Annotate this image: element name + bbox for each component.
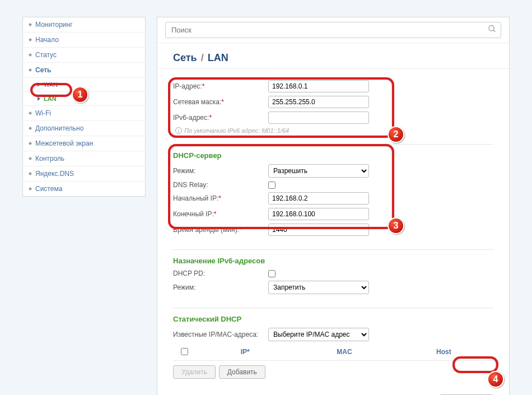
bullet-icon (29, 127, 32, 130)
sidebar-item-yandexdns[interactable]: Яндекс.DNS (23, 166, 145, 182)
main-panel: Сеть / LAN IP-адрес:* Сетевая маска:* IP… (157, 17, 510, 395)
sidebar-item-label: LAN (44, 95, 57, 102)
mask-input[interactable] (268, 96, 369, 108)
col-mac: MAC (295, 348, 394, 357)
sidebar-item-label: Межсетевой экран (35, 140, 93, 147)
search-input[interactable] (165, 22, 501, 38)
dns-relay-checkbox[interactable] (268, 182, 276, 189)
info-icon: i (175, 127, 182, 134)
search-bar (157, 17, 509, 43)
sidebar-item-control[interactable]: Контроль (23, 151, 145, 166)
dhcp-pd-checkbox[interactable] (268, 270, 276, 277)
svg-line-1 (493, 30, 495, 31)
ipv6-input[interactable] (268, 111, 369, 124)
col-ip: IP* (195, 348, 295, 357)
ip-label: IP-адрес:* (173, 82, 268, 90)
chevron-right-icon (38, 82, 40, 87)
content: IP-адрес:* Сетевая маска:* IPv6-адрес:* … (157, 69, 509, 385)
svg-point-0 (489, 25, 494, 30)
select-all-checkbox[interactable] (181, 348, 188, 355)
sidebar-item-start[interactable]: Начало (23, 32, 145, 48)
mask-label: Сетевая маска:* (173, 98, 268, 106)
bullet-icon (29, 172, 32, 175)
col-host: Host (394, 348, 493, 357)
section-ipv6-assign: Назначение IPv6-адресов DHCP PD: Режим: … (173, 249, 493, 304)
ipv6assign-title: Назначение IPv6-адресов (173, 257, 493, 265)
dhcp-mode-label: Режим: (173, 167, 268, 175)
ipv6-hint: iПо умолчанию IPv6 адрес: fd01::1/64 (175, 127, 493, 134)
dhcp-title: DHCP-сервер (173, 151, 493, 160)
known-addr-label: Известные IP/MAC-адреса: (173, 331, 268, 338)
sidebar-item-label: Яндекс.DNS (35, 170, 74, 178)
add-button[interactable]: Добавить (219, 365, 265, 379)
dhcp-end-label: Конечный IP:* (173, 210, 268, 218)
sidebar-item-network[interactable]: Сеть (23, 63, 145, 78)
delete-button[interactable]: Удалить (173, 365, 216, 379)
bullet-icon (29, 53, 32, 57)
dhcp-lease-label: Время аренды (мин):* (173, 226, 268, 234)
breadcrumb-sep: / (201, 52, 204, 63)
dhcp-lease-input[interactable] (268, 224, 369, 236)
bullet-icon (29, 38, 32, 41)
breadcrumb-section: Сеть (173, 52, 197, 63)
bullet-icon (29, 68, 32, 72)
sidebar-item-status[interactable]: Статус (23, 48, 145, 63)
sidebar-item-advanced[interactable]: Дополнительно (23, 121, 145, 136)
sidebar-item-monitoring[interactable]: Мониторинг (23, 17, 145, 32)
sidebar-item-label: Статус (35, 51, 57, 59)
sidebar-item-wifi[interactable]: Wi-Fi (23, 106, 145, 121)
bullet-icon (29, 187, 32, 190)
section-lan-address: IP-адрес:* Сетевая маска:* IPv6-адрес:* … (173, 76, 493, 141)
dhcp-start-label: Начальный IP:* (173, 194, 268, 202)
sidebar-item-firewall[interactable]: Межсетевой экран (23, 136, 145, 151)
dhcp-pd-label: DHCP PD: (173, 269, 268, 277)
static-table-head: IP* MAC Host (173, 345, 493, 361)
sidebar-item-wan[interactable]: WAN (23, 78, 145, 92)
sidebar-item-lan[interactable]: LAN (23, 92, 145, 106)
sidebar-item-label: Контроль (35, 155, 64, 162)
dhcp-start-input[interactable] (268, 192, 369, 205)
bullet-icon (29, 157, 32, 160)
ipv6-label: IPv6-адрес:* (173, 114, 268, 122)
sidebar-item-system[interactable]: Система (23, 182, 145, 196)
bullet-icon (29, 142, 32, 145)
dhcp-mode-select[interactable]: Разрешить (268, 164, 369, 178)
dns-relay-label: DNS Relay: (173, 181, 268, 189)
sidebar: Мониторинг Начало Статус Сеть WAN LAN Wi… (22, 17, 146, 197)
section-static-dhcp: Статический DHCP Известные IP/MAC-адреса… (173, 308, 493, 385)
bullet-icon (29, 23, 32, 26)
chevron-right-icon (38, 96, 40, 101)
dhcp-end-input[interactable] (268, 208, 369, 220)
section-dhcp: DHCP-сервер Режим: Разрешить DNS Relay: … (173, 144, 493, 246)
staticdhcp-title: Статический DHCP (173, 315, 493, 323)
search-icon (488, 24, 497, 36)
sidebar-item-label: Начало (35, 36, 59, 44)
ip-input[interactable] (268, 80, 369, 92)
sidebar-item-label: Wi-Fi (35, 109, 51, 117)
sidebar-item-label: Сеть (35, 66, 51, 74)
known-addr-select[interactable]: Выберите IP/MAC адрес (268, 328, 369, 341)
ipv6-mode-label: Режим: (173, 284, 268, 291)
ipv6-mode-select[interactable]: Запретить (268, 281, 369, 294)
sidebar-item-label: WAN (44, 81, 58, 88)
bullet-icon (29, 111, 32, 115)
breadcrumb: Сеть / LAN (157, 43, 509, 69)
sidebar-item-label: Дополнительно (35, 124, 83, 132)
sidebar-item-label: Мониторинг (35, 21, 73, 29)
sidebar-item-label: Система (35, 185, 62, 193)
breadcrumb-page: LAN (208, 52, 228, 63)
